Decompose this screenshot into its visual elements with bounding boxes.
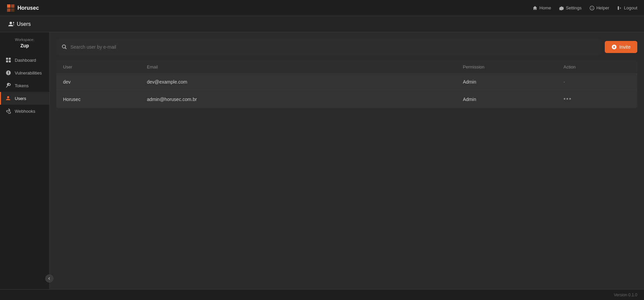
sidebar-item-label: Dashboard [15, 58, 36, 63]
svg-rect-8 [6, 60, 8, 62]
page-title-area: Users [8, 21, 31, 27]
logout-icon [617, 6, 622, 10]
workspace-name: Zup [0, 43, 49, 48]
home-label: Home [539, 5, 551, 10]
sidebar-item-tokens[interactable]: Tokens [0, 79, 49, 92]
cell-permission-0: Admin [463, 79, 564, 85]
users-page-icon [8, 21, 14, 27]
dashboard-icon [5, 57, 11, 63]
helper-label: Helper [596, 5, 609, 10]
settings-nav-item[interactable]: Settings [559, 5, 582, 10]
home-nav-item[interactable]: Home [533, 5, 551, 10]
search-container [56, 39, 601, 55]
logout-label: Logout [624, 5, 637, 10]
svg-rect-3 [11, 8, 14, 12]
search-icon [62, 44, 67, 50]
footer: Version 0.1.0 [0, 289, 644, 300]
svg-rect-1 [11, 4, 14, 8]
cell-permission-1: Admin [463, 97, 564, 102]
header-nav: Home Settings ? Helper Logout [533, 5, 637, 10]
webhooks-icon [5, 108, 11, 114]
home-icon [533, 6, 537, 10]
search-input[interactable] [70, 44, 595, 50]
table-header: User Email Permission Action [56, 60, 637, 74]
cell-action-0: - [564, 79, 631, 85]
collapse-sidebar-button[interactable] [45, 274, 53, 283]
version-text: Version 0.1.0 [614, 293, 637, 297]
header-action: Action [564, 64, 631, 69]
invite-button[interactable]: Invite [605, 41, 637, 53]
main-layout: Workspace: Zup Dashboard Vulnerabilities [0, 32, 644, 289]
header-user: User [63, 64, 147, 69]
sidebar-item-label: Webhooks [15, 109, 35, 114]
sidebar: Workspace: Zup Dashboard Vulnerabilities [0, 32, 50, 289]
table-row: dev dev@example.com Admin - [56, 74, 637, 90]
cell-email-1: admin@horusec.com.br [147, 97, 463, 102]
sidebar-item-label: Vulnerabilities [15, 70, 42, 76]
svg-rect-2 [7, 8, 10, 12]
cell-action-1[interactable]: ••• [564, 96, 631, 103]
logout-nav-item[interactable]: Logout [617, 5, 637, 10]
page-title: Users [17, 21, 31, 27]
svg-rect-0 [7, 4, 10, 8]
users-table: User Email Permission Action dev dev@exa… [56, 60, 637, 108]
top-header: Horusec Home Settings ? Helper Log [0, 0, 644, 16]
helper-nav-item[interactable]: ? Helper [590, 5, 609, 10]
sidebar-item-label: Users [15, 96, 26, 101]
top-controls-row: Invite [56, 39, 637, 55]
settings-icon [559, 6, 564, 10]
page-header: Users [0, 16, 644, 32]
workspace-label: Workspace: [0, 38, 49, 42]
horusec-logo-icon [7, 4, 15, 12]
tokens-icon [5, 83, 11, 89]
sidebar-item-webhooks[interactable]: Webhooks [0, 105, 49, 117]
content-area: Invite User Email Permission Action dev … [50, 32, 644, 289]
logo-area: Horusec [7, 4, 39, 12]
cell-user-0: dev [63, 79, 147, 85]
users-icon [5, 95, 11, 101]
header-permission: Permission [463, 64, 564, 69]
sidebar-item-users[interactable]: Users [0, 92, 49, 105]
svg-rect-7 [9, 58, 11, 60]
vulnerabilities-icon [5, 70, 11, 76]
cell-user-1: Horusec [63, 97, 147, 102]
svg-text:?: ? [591, 7, 593, 10]
chevron-left-icon [48, 277, 51, 280]
svg-rect-6 [6, 58, 8, 60]
header-email: Email [147, 64, 463, 69]
cell-email-0: dev@example.com [147, 79, 463, 85]
sidebar-item-label: Tokens [15, 83, 29, 88]
logo-text: Horusec [17, 5, 39, 11]
sidebar-item-vulnerabilities[interactable]: Vulnerabilities [0, 66, 49, 79]
helper-icon: ? [590, 6, 594, 10]
settings-label: Settings [566, 5, 582, 10]
table-row: Horusec admin@horusec.com.br Admin ••• [56, 90, 637, 108]
plus-circle-icon [611, 44, 617, 50]
svg-rect-9 [9, 60, 11, 62]
invite-button-label: Invite [620, 44, 631, 50]
sidebar-item-dashboard[interactable]: Dashboard [0, 54, 49, 66]
